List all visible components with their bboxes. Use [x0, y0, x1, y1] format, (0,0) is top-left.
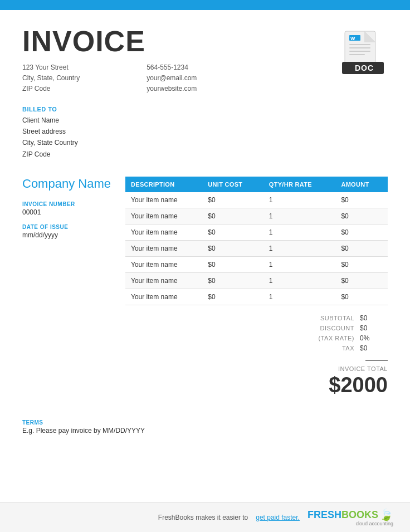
- freshbooks-logo: FRESHBOOKS 🍃 cloud accounting: [308, 508, 393, 526]
- row-amount: $0: [335, 241, 388, 257]
- terms-text: E.g. Please pay invoice by MM/DD/YYYY: [22, 427, 388, 435]
- row-qty: 1: [263, 289, 336, 305]
- middle-section: Company Name INVOICE NUMBER 00001 DATE O…: [22, 177, 388, 397]
- client-city: City, State Country: [22, 137, 388, 148]
- col-header-qty: QTY/HR RATE: [263, 177, 336, 192]
- address-line3: ZIP Code: [22, 84, 80, 94]
- totals-section: SUBTOTAL $0 DISCOUNT $0 (TAX RATE) 0% TA…: [125, 314, 388, 397]
- top-bar: [0, 0, 410, 10]
- company-contact: 564-555-1234 your@email.com yourwebsite.…: [147, 62, 197, 95]
- billed-section: BILLED TO Client Name Street address Cit…: [22, 106, 388, 160]
- table-row: Your item name $0 1 $0: [125, 241, 388, 257]
- table-row: Your item name $0 1 $0: [125, 273, 388, 289]
- col-header-unit-cost: UNIT COST: [202, 177, 263, 192]
- header-section: INVOICE 123 Your Street City, State, Cou…: [22, 27, 388, 95]
- row-qty: 1: [263, 241, 336, 257]
- phone: 564-555-1234: [147, 62, 197, 73]
- tax-value: $0: [354, 344, 388, 352]
- row-qty: 1: [263, 257, 336, 273]
- svg-text:W: W: [350, 36, 355, 41]
- tax-row: TAX $0: [232, 344, 388, 352]
- table-row: Your item name $0 1 $0: [125, 224, 388, 241]
- col-header-amount: AMOUNT: [335, 177, 388, 192]
- svg-rect-7: [349, 51, 370, 52]
- billed-info: Client Name Street address City, State C…: [22, 115, 388, 160]
- discount-value: $0: [354, 324, 388, 332]
- svg-rect-5: [349, 44, 370, 45]
- terms-label: TERMS: [22, 419, 388, 426]
- email: your@email.com: [147, 73, 197, 84]
- footer-text: FreshBooks makes it easier to: [158, 514, 248, 521]
- discount-row: DISCOUNT $0: [232, 324, 388, 332]
- billed-to-label: BILLED TO: [22, 106, 388, 113]
- header-left: INVOICE 123 Your Street City, State, Cou…: [22, 27, 197, 95]
- row-amount: $0: [335, 273, 388, 289]
- row-description: Your item name: [125, 289, 202, 305]
- table-row: Your item name $0 1 $0: [125, 192, 388, 208]
- company-address: 123 Your Street City, State, Country ZIP…: [22, 62, 80, 95]
- date-of-issue-value: mm/dd/yyyy: [22, 231, 114, 239]
- row-amount: $0: [335, 257, 388, 273]
- row-description: Your item name: [125, 257, 202, 273]
- row-description: Your item name: [125, 224, 202, 241]
- terms-section: TERMS E.g. Please pay invoice by MM/DD/Y…: [22, 414, 388, 435]
- invoice-total-label: INVOICE TOTAL: [338, 365, 388, 372]
- website: yourwebsite.com: [147, 84, 197, 94]
- invoice-number-value: 00001: [22, 208, 114, 216]
- table-row: Your item name $0 1 $0: [125, 289, 388, 305]
- address-line1: 123 Your Street: [22, 62, 80, 73]
- row-description: Your item name: [125, 273, 202, 289]
- subtotal-label: SUBTOTAL: [265, 315, 354, 321]
- invoice-table: DESCRIPTION UNIT COST QTY/HR RATE AMOUNT…: [125, 177, 388, 305]
- row-description: Your item name: [125, 241, 202, 257]
- row-amount: $0: [335, 289, 388, 305]
- table-row: Your item name $0 1 $0: [125, 208, 388, 224]
- row-qty: 1: [263, 273, 336, 289]
- row-unit-cost: $0: [202, 257, 263, 273]
- logo-leaf-icon: 🍃: [379, 508, 393, 521]
- client-name: Client Name: [22, 115, 388, 126]
- row-description: Your item name: [125, 208, 202, 224]
- client-street: Street address: [22, 126, 388, 137]
- logo-sub: cloud accounting: [308, 521, 393, 526]
- client-zip: ZIP Code: [22, 149, 388, 160]
- subtotal-value: $0: [354, 314, 388, 322]
- logo-fresh-text: FRESH: [308, 509, 341, 521]
- doc-icon: W DOC: [338, 27, 388, 77]
- row-unit-cost: $0: [202, 289, 263, 305]
- invoice-total-amount: $2000: [329, 373, 388, 397]
- right-panel: DESCRIPTION UNIT COST QTY/HR RATE AMOUNT…: [125, 177, 388, 397]
- svg-rect-8: [349, 54, 365, 55]
- footer: FreshBooks makes it easier to get paid f…: [0, 502, 410, 532]
- row-unit-cost: $0: [202, 192, 263, 208]
- row-unit-cost: $0: [202, 241, 263, 257]
- invoice-total-block: INVOICE TOTAL $2000: [329, 365, 388, 397]
- col-header-description: DESCRIPTION: [125, 177, 202, 192]
- address-line2: City, State, Country: [22, 73, 80, 84]
- company-name: Company Name: [22, 177, 114, 191]
- svg-rect-6: [349, 47, 370, 48]
- discount-label: DISCOUNT: [265, 325, 354, 331]
- table-row: Your item name $0 1 $0: [125, 257, 388, 273]
- row-amount: $0: [335, 192, 388, 208]
- row-amount: $0: [335, 224, 388, 241]
- tax-rate-row: (TAX RATE) 0%: [232, 334, 388, 342]
- date-of-issue-label: DATE OF ISSUE: [22, 224, 114, 230]
- row-qty: 1: [263, 208, 336, 224]
- tax-rate-label: (TAX RATE): [265, 335, 354, 341]
- row-qty: 1: [263, 224, 336, 241]
- header-details: 123 Your Street City, State, Country ZIP…: [22, 62, 197, 95]
- tax-rate-value: 0%: [354, 334, 388, 342]
- logo-books-text: BOOKS: [341, 509, 378, 521]
- left-panel: Company Name INVOICE NUMBER 00001 DATE O…: [22, 177, 114, 397]
- invoice-title: INVOICE: [22, 27, 197, 56]
- row-description: Your item name: [125, 192, 202, 208]
- totals-divider: [365, 360, 388, 361]
- subtotal-row: SUBTOTAL $0: [232, 314, 388, 322]
- footer-link[interactable]: get paid faster.: [256, 514, 300, 521]
- row-unit-cost: $0: [202, 224, 263, 241]
- invoice-number-label: INVOICE NUMBER: [22, 201, 114, 207]
- row-unit-cost: $0: [202, 273, 263, 289]
- row-qty: 1: [263, 192, 336, 208]
- svg-text:DOC: DOC: [355, 64, 374, 72]
